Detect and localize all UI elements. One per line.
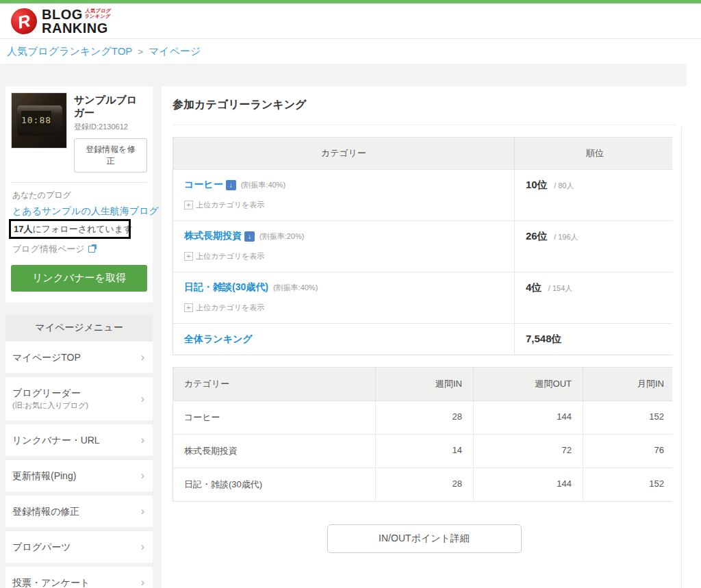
- table-row: 株式長期投資 14 72 76: [173, 435, 675, 468]
- menu-title: マイページメニュー: [5, 315, 153, 341]
- menu-item-ping[interactable]: 更新情報(Ping) ›: [5, 459, 153, 491]
- menu-item-blog-reader[interactable]: ブログリーダー (旧:お気に入りブログ) ›: [5, 376, 153, 420]
- allocation-rate: (割振率:40%): [241, 180, 285, 190]
- external-link-icon: [88, 246, 95, 253]
- blog-title-link[interactable]: とあるサンプルの人生航海ブログ: [12, 205, 147, 218]
- table-header-row: カテゴリー 週間IN 週間OUT 月間IN: [173, 368, 675, 401]
- header-monthly-in: 月間IN: [583, 368, 675, 400]
- divider: [11, 182, 147, 183]
- menu-item-edit-registration[interactable]: 登録情報の修正 ›: [5, 495, 153, 527]
- chevron-right-icon: ›: [141, 352, 144, 363]
- header-weekly-in: 週間IN: [375, 368, 473, 400]
- followers-count: 17人: [14, 224, 32, 234]
- header-rank: 順位: [514, 138, 675, 169]
- breadcrumb-separator: >: [138, 47, 143, 57]
- blog-info-page-link[interactable]: ブログ情報ページ: [12, 243, 147, 255]
- category-link[interactable]: コーヒー: [184, 179, 223, 191]
- plus-icon: +: [184, 303, 193, 312]
- divider: [173, 125, 676, 125]
- rank-total: / 80人: [554, 181, 574, 190]
- chevron-right-icon: ›: [141, 394, 144, 405]
- logo-line1: BLOG: [42, 8, 83, 21]
- page-title: 参加カテゴリーランキング: [173, 98, 676, 112]
- cell-monthly-in: 152: [583, 468, 675, 501]
- breadcrumb-home-link[interactable]: 人気ブログランキングTOP: [7, 45, 132, 58]
- followers-text: にフォローされています: [32, 224, 132, 234]
- get-link-banner-button[interactable]: リンクバナーを取得: [11, 265, 147, 292]
- scrollbar-line: [681, 127, 682, 588]
- logo-text: BLOG 人気ブログ ランキング RANKING: [42, 8, 111, 35]
- plus-icon: +: [184, 201, 193, 209]
- rank-total: / 154人: [548, 284, 572, 292]
- menu-item-link-banner-url[interactable]: リンクバナー・URL ›: [5, 424, 153, 456]
- cell-weekly-out: 72: [473, 435, 583, 468]
- cell-weekly-in: 28: [375, 468, 473, 501]
- rank-total: / 196人: [554, 233, 578, 241]
- overall-ranking-link[interactable]: 全体ランキング: [184, 333, 253, 346]
- chevron-right-icon: ›: [141, 577, 144, 588]
- cell-monthly-in: 76: [583, 435, 675, 468]
- show-parent-category-toggle[interactable]: + 上位カテゴリを表示: [184, 303, 503, 313]
- chevron-right-icon: ›: [141, 506, 144, 517]
- category-ranking-table: カテゴリー 順位 コーヒー ↓ (割振率:40%) + 上位カテゴリを表示: [173, 137, 676, 355]
- table-header-row: カテゴリー 順位: [173, 138, 675, 170]
- menu-item-blog-parts[interactable]: ブログパーツ ›: [5, 531, 153, 563]
- profile-card: 10:88 サンプルブロガー 登録ID:2130612 登録情報を修正 あなたの…: [5, 86, 153, 303]
- page-body: 10:88 サンプルブロガー 登録ID:2130612 登録情報を修正 あなたの…: [0, 64, 687, 588]
- rank-value: 4位: [526, 281, 541, 293]
- header-category: カテゴリー: [173, 138, 514, 169]
- avatar: 10:88: [11, 92, 67, 149]
- category-link[interactable]: 株式長期投資: [184, 230, 242, 242]
- chevron-right-icon: ›: [141, 541, 144, 552]
- cell-weekly-in: 14: [375, 435, 473, 468]
- cell-category: 日記・雑談(30歳代): [173, 468, 375, 501]
- plus-icon: +: [184, 252, 193, 261]
- profile-name: サンプルブロガー: [74, 94, 147, 120]
- allocation-rate: (割振率:20%): [259, 231, 304, 242]
- inout-points-detail-button[interactable]: IN/OUTポイント詳細: [327, 524, 522, 553]
- cell-category: コーヒー: [173, 401, 375, 434]
- header-category: カテゴリー: [173, 368, 375, 400]
- mypage-menu: マイページメニュー マイページTOP › ブログリーダー (旧:お気に入りブログ…: [5, 315, 153, 588]
- logo-subtitle: 人気ブログ ランキング: [84, 8, 112, 19]
- rank-value: 26位: [526, 230, 548, 242]
- header-weekly-out: 週間OUT: [473, 368, 583, 400]
- points-table: カテゴリー 週間IN 週間OUT 月間IN コーヒー 28 144 152 株式…: [173, 367, 676, 502]
- logo-line2: RANKING: [42, 21, 111, 35]
- breadcrumb-current-link[interactable]: マイページ: [149, 45, 201, 58]
- site-header: R BLOG 人気ブログ ランキング RANKING: [0, 3, 701, 39]
- cell-monthly-in: 152: [583, 401, 675, 434]
- show-parent-category-toggle[interactable]: + 上位カテゴリを表示: [184, 200, 503, 210]
- rank-value: 10位: [526, 179, 548, 190]
- registration-id: 登録ID:2130612: [74, 122, 147, 132]
- allocation-rate: (割振率:40%): [273, 283, 318, 293]
- overall-rank-value: 7,548位: [526, 333, 562, 346]
- breadcrumb: 人気ブログランキングTOP > マイページ: [0, 39, 701, 64]
- sidebar: 10:88 サンプルブロガー 登録ID:2130612 登録情報を修正 あなたの…: [5, 86, 153, 588]
- cell-weekly-out: 144: [473, 468, 583, 501]
- overall-ranking-row: 全体ランキング 7,548位: [173, 324, 675, 355]
- blog-ranking-logo[interactable]: R BLOG 人気ブログ ランキング RANKING: [11, 8, 111, 35]
- table-row: コーヒー 28 144 152: [173, 401, 675, 435]
- main-content: 参加カテゴリーランキング カテゴリー 順位 コーヒー ↓ (割振率:40%) +…: [162, 86, 687, 588]
- table-row: コーヒー ↓ (割振率:40%) + 上位カテゴリを表示 10位 / 80人: [173, 170, 675, 221]
- move-down-icon[interactable]: ↓: [226, 180, 236, 190]
- followers-status: 17人にフォローされています: [14, 223, 147, 237]
- menu-item-vote-survey[interactable]: 投票・アンケート ›: [5, 566, 153, 588]
- menu-item-sub-label: (旧:お気に入りブログ): [12, 400, 88, 411]
- logo-ball-icon: R: [8, 5, 39, 36]
- menu-item-mypage-top[interactable]: マイページTOP ›: [5, 341, 153, 373]
- chevron-right-icon: ›: [141, 435, 144, 446]
- table-row: 株式長期投資 ↓ (割振率:20%) + 上位カテゴリを表示 26位 / 196…: [173, 221, 675, 272]
- blog-info-page-label: ブログ情報ページ: [12, 243, 85, 255]
- table-row: 日記・雑談(30歳代) (割振率:40%) + 上位カテゴリを表示 4位 / 1…: [173, 272, 675, 324]
- table-row: 日記・雑談(30歳代) 28 144 152: [173, 468, 675, 501]
- category-link[interactable]: 日記・雑談(30歳代): [184, 281, 268, 294]
- edit-registration-button[interactable]: 登録情報を修正: [74, 138, 147, 172]
- scrollbar-track[interactable]: [672, 127, 687, 588]
- cell-category: 株式長期投資: [173, 435, 375, 468]
- cell-weekly-in: 28: [375, 401, 473, 434]
- show-parent-category-toggle[interactable]: + 上位カテゴリを表示: [184, 251, 503, 261]
- move-down-icon[interactable]: ↓: [244, 231, 255, 242]
- your-blog-label: あなたのブログ: [12, 190, 147, 201]
